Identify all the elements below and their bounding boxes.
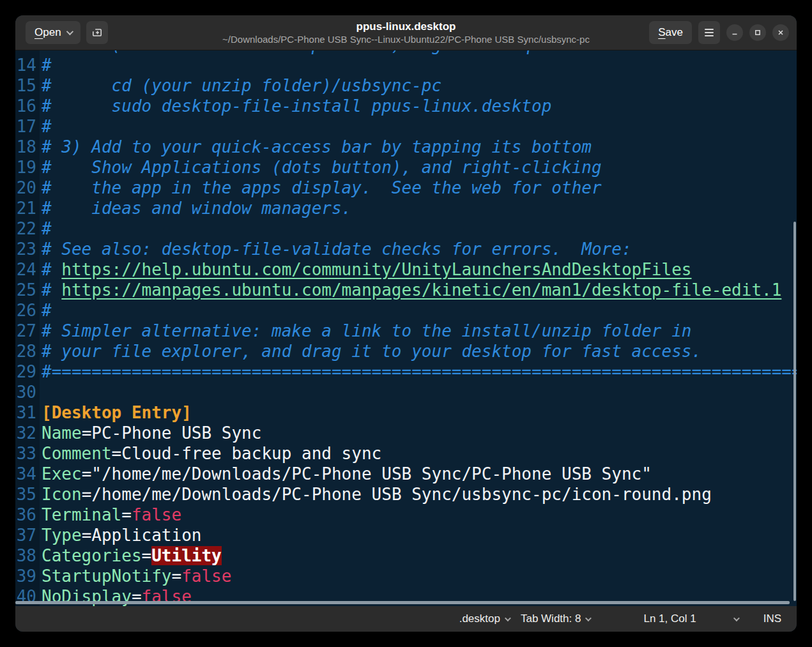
editor-line[interactable]: 25# https://manpages.ubuntu.com/manpages…: [15, 280, 797, 300]
editor-lines: 13# (and the associated password) might …: [15, 50, 797, 606]
vertical-scrollbar[interactable]: [793, 222, 796, 601]
line-text: #: [40, 218, 52, 239]
line-number: 35: [15, 484, 40, 505]
editor-line[interactable]: 21# ideas and window managers.: [15, 198, 797, 218]
line-text: # 3) Add to your quick-access bar by tap…: [40, 137, 592, 157]
line-text: # cd (your unzip folder)/usbsync-pc: [40, 75, 441, 96]
maximize-button[interactable]: [749, 24, 766, 41]
line-number: 27: [15, 321, 40, 341]
file-type-label: .desktop: [459, 613, 500, 625]
editor-line[interactable]: 27# Simpler alternative: make a link to …: [15, 321, 797, 341]
new-tab-button[interactable]: [86, 21, 108, 44]
line-number: 28: [15, 341, 40, 362]
editor-line[interactable]: 23# See also: desktop-file-validate chec…: [15, 239, 797, 259]
editor-line[interactable]: 36Terminal=false: [15, 505, 797, 525]
line-number: 36: [15, 505, 40, 525]
line-number: 39: [15, 566, 40, 586]
line-number: 26: [15, 300, 40, 321]
editor-line[interactable]: 37Type=Application: [15, 525, 797, 545]
document-title: ppus-linux.desktop: [356, 20, 456, 33]
text-editor-window: Open ppus-linux.desktop ~/Downloads/PC-P…: [15, 15, 797, 632]
line-number: 21: [15, 198, 40, 218]
line-text: # the app in the apps display. See the w…: [40, 178, 602, 198]
goto-line-dropdown[interactable]: [733, 617, 738, 621]
tab-new-icon: [91, 27, 103, 38]
line-text: [40, 382, 42, 402]
line-number: 14: [15, 55, 40, 75]
editor-line[interactable]: 16# sudo desktop-file-install ppus-linux…: [15, 96, 797, 116]
line-text: #: [40, 300, 52, 321]
open-button[interactable]: Open: [26, 21, 80, 44]
line-text: # sudo desktop-file-install ppus-linux.d…: [40, 96, 551, 116]
header-bar: Open ppus-linux.desktop ~/Downloads/PC-P…: [15, 15, 797, 50]
menu-icon: [705, 29, 714, 36]
line-text: Type=Application: [40, 525, 201, 545]
editor-line[interactable]: 19# Show Applications (dots button), and…: [15, 157, 797, 178]
line-text: Comment=Cloud-free backup and sync: [40, 443, 381, 464]
chevron-down-icon: [733, 615, 740, 621]
editor-line[interactable]: 30: [15, 382, 797, 402]
editor-line[interactable]: 35Icon=/home/me/Downloads/PC-Phone USB S…: [15, 484, 797, 505]
editor-line[interactable]: 24# https://help.ubuntu.com/community/Un…: [15, 259, 797, 280]
editor-line[interactable]: 34Exec="/home/me/Downloads/PC-Phone USB …: [15, 464, 797, 484]
chevron-down-icon: [585, 615, 592, 621]
line-number: 31: [15, 402, 40, 423]
line-text: # Simpler alternative: make a link to th…: [40, 321, 691, 341]
editor-line[interactable]: 20# the app in the apps display. See the…: [15, 178, 797, 198]
insert-mode-label: INS: [763, 613, 781, 625]
line-number: 18: [15, 137, 40, 157]
line-text: # ideas and window managers.: [40, 198, 351, 218]
line-number: 23: [15, 239, 40, 259]
line-text: # https://help.ubuntu.com/community/Unit…: [40, 259, 691, 280]
editor-line[interactable]: 32Name=PC-Phone USB Sync: [15, 423, 797, 443]
editor-line[interactable]: 18# 3) Add to your quick-access bar by t…: [15, 137, 797, 157]
editor-line[interactable]: 33Comment=Cloud-free backup and sync: [15, 443, 797, 464]
tab-width-dropdown[interactable]: Tab Width: 8: [521, 613, 590, 625]
line-number: 34: [15, 464, 40, 484]
close-button[interactable]: [772, 24, 789, 41]
line-number: 32: [15, 423, 40, 443]
editor-line[interactable]: 22#: [15, 218, 797, 239]
editor-line[interactable]: 26#: [15, 300, 797, 321]
cursor-position-button[interactable]: Ln 1, Col 1: [643, 613, 696, 625]
line-text: Icon=/home/me/Downloads/PC-Phone USB Syn…: [40, 484, 712, 505]
editor-line[interactable]: 28# your file explorer, and drag it to y…: [15, 341, 797, 362]
editor-line[interactable]: 15# cd (your unzip folder)/usbsync-pc: [15, 75, 797, 96]
line-text: Exec="/home/me/Downloads/PC-Phone USB Sy…: [40, 464, 652, 484]
chevron-down-icon: [505, 615, 511, 621]
editor-line[interactable]: 31[Desktop Entry]: [15, 402, 797, 423]
line-text: [Desktop Entry]: [40, 402, 192, 423]
line-number: 38: [15, 545, 40, 566]
main-menu-button[interactable]: [698, 21, 720, 44]
line-text: #: [40, 55, 52, 75]
editor-line[interactable]: 14#: [15, 55, 797, 75]
save-button-label: Save: [658, 26, 683, 39]
line-text: # https://manpages.ubuntu.com/manpages/k…: [40, 280, 781, 300]
editor-area[interactable]: 13# (and the associated password) might …: [15, 50, 797, 606]
editor-line[interactable]: 39StartupNotify=false: [15, 566, 797, 586]
maximize-icon: [754, 29, 762, 36]
chevron-down-icon: [66, 28, 73, 35]
minimize-button[interactable]: [726, 24, 743, 41]
line-number: 37: [15, 525, 40, 545]
save-button[interactable]: Save: [649, 21, 692, 44]
line-text: #=======================================…: [40, 362, 797, 382]
line-text: # Show Applications (dots button), and r…: [40, 157, 602, 178]
horizontal-scrollbar[interactable]: [15, 601, 790, 604]
file-type-dropdown[interactable]: .desktop: [459, 613, 509, 625]
line-number: 16: [15, 96, 40, 116]
line-text: StartupNotify=false: [40, 566, 231, 586]
insert-mode-toggle[interactable]: INS: [763, 613, 781, 625]
editor-line[interactable]: 13# (and the associated password) might …: [15, 50, 797, 55]
line-number: 22: [15, 218, 40, 239]
open-button-label: Open: [34, 26, 61, 39]
line-text: Name=PC-Phone USB Sync: [40, 423, 261, 443]
cursor-position-label: Ln 1, Col 1: [643, 613, 696, 625]
line-number: 30: [15, 382, 40, 402]
editor-line[interactable]: 17#: [15, 116, 797, 137]
line-text: Terminal=false: [40, 505, 181, 525]
line-number: 15: [15, 75, 40, 96]
line-number: 20: [15, 178, 40, 198]
editor-line[interactable]: 38Categories=Utility: [15, 545, 797, 566]
editor-line[interactable]: 29#=====================================…: [15, 362, 797, 382]
